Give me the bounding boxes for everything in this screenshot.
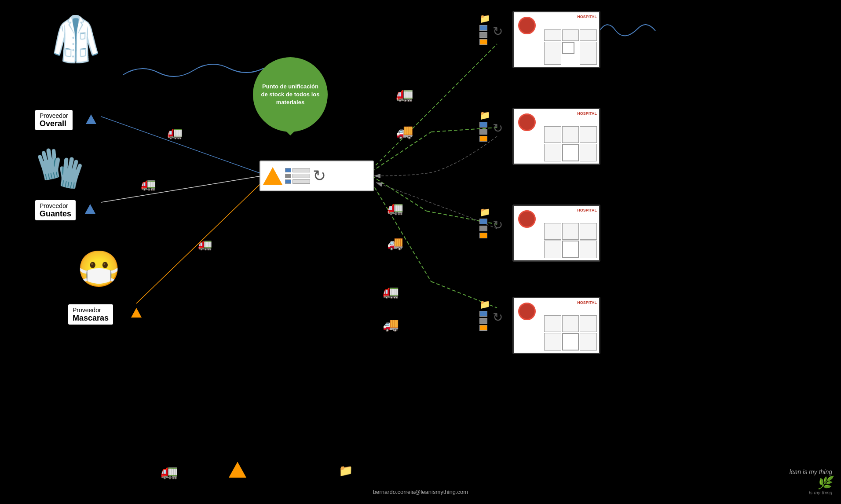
provider-guantes-image: 🧤 [35,145,84,191]
svg-line-9 [372,183,431,281]
svg-line-1 [101,176,262,202]
legend-triangle [229,462,246,478]
truck-to-h4b: 🚚 [383,317,399,332]
hospital-1-h-marker [518,17,536,34]
refresh-h4: ↻ [493,310,503,325]
provider-overall-label: Proveedor Overall [35,110,73,130]
provider-guantes-triangle [85,204,95,215]
svg-line-4 [440,44,497,101]
central-hub: ↻ [260,161,374,191]
legend-folder: 📁 [339,464,353,478]
footer-email: bernardo.correia@leanismything.com [373,489,468,495]
refresh-h1: ↻ [493,24,503,39]
provider-mascaras-label: Proveedor Mascaras [68,304,113,325]
truck-to-h1: 🚛 [396,86,413,102]
hospital-2: HOSPITAL [512,108,600,165]
brand-logo: lean is my thing 🌿 Is my thing [790,468,832,495]
hospital-1: HOSPITAL [512,11,600,68]
truck-overall: 🚛 [167,125,183,140]
hospital-3: HOSPITAL [512,205,600,262]
provider-mascaras-triangle [131,308,142,319]
truck-guantes: 🚛 [141,177,156,191]
speech-bubble: Punto de unificación de stock de todos l… [253,57,328,132]
truck-mascaras: 🚛 [198,237,212,251]
refresh-h3: ↻ [493,218,503,232]
provider-mascaras-image: 😷 [77,248,121,290]
hub-triangle [263,167,282,185]
stock-h1: 📁 [479,13,490,45]
hub-refresh-icon: ↻ [313,167,326,185]
truck-to-h3b: 🚚 [387,235,403,251]
provider-overall-image: 🥼 [48,13,103,65]
provider-guantes-label: Proveedor Guantes [35,200,76,220]
hospital-4: HOSPITAL [512,297,600,354]
legend-truck: 🚛 [161,463,178,480]
truck-to-h4: 🚛 [383,284,399,299]
truck-to-h3: 🚛 [387,200,403,215]
provider-overall-triangle [86,114,96,126]
truck-to-h1b: 🚚 [396,123,413,140]
refresh-h2: ↻ [493,121,503,135]
stock-h2: 📁 [479,110,490,142]
stock-h3: 📁 [479,207,490,238]
hub-stock-list [285,168,310,184]
stock-h4: 📁 [479,299,490,331]
